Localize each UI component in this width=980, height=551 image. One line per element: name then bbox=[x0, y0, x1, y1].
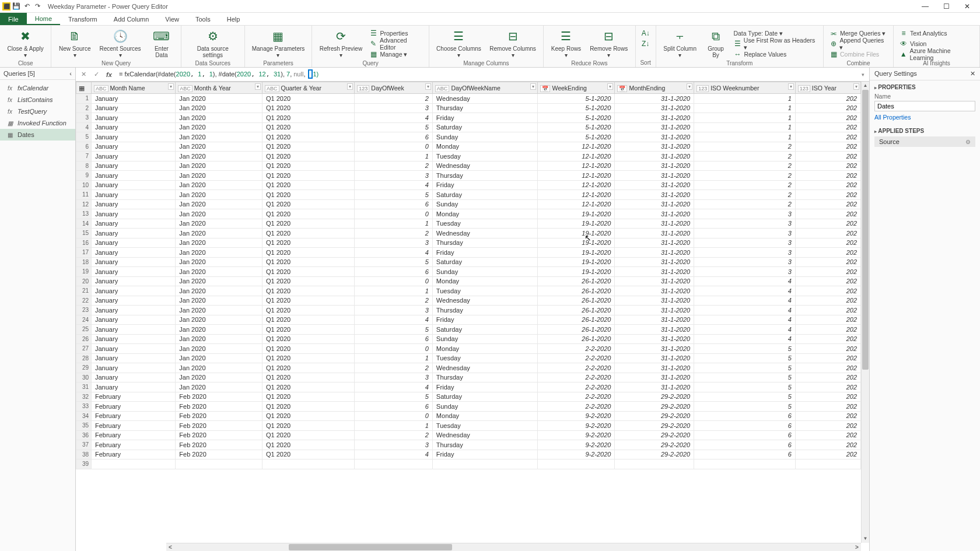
cell[interactable]: 12-1-2020 bbox=[538, 161, 615, 171]
cell[interactable]: 28 bbox=[76, 353, 92, 363]
step-gear-icon[interactable]: ⚙ bbox=[965, 139, 971, 145]
cell[interactable]: 26 bbox=[76, 334, 92, 344]
cell[interactable]: 12-1-2020 bbox=[538, 152, 615, 162]
cell[interactable]: Jan 2020 bbox=[176, 257, 262, 267]
cell[interactable]: 6 bbox=[355, 334, 433, 344]
cell[interactable]: February bbox=[92, 411, 176, 421]
advanced-editor-button[interactable]: ✎Advanced Editor bbox=[368, 38, 425, 49]
cell[interactable]: 20 bbox=[76, 276, 92, 286]
cell[interactable]: January bbox=[92, 363, 176, 373]
cell[interactable]: 3 bbox=[355, 103, 433, 113]
cell[interactable] bbox=[92, 459, 176, 469]
table-row[interactable]: 34FebruaryFeb 2020Q1 20200Monday9-2-2020… bbox=[76, 411, 861, 421]
cell[interactable]: 26-1-2020 bbox=[538, 286, 615, 296]
cell[interactable]: 18 bbox=[76, 257, 92, 267]
cell[interactable]: 3 bbox=[694, 257, 796, 267]
cell[interactable]: 29-2-2020 bbox=[615, 411, 694, 421]
cell[interactable]: 26-1-2020 bbox=[538, 306, 615, 315]
table-row[interactable]: 11JanuaryJan 2020Q1 20205Saturday12-1-20… bbox=[76, 190, 861, 200]
cell[interactable] bbox=[615, 459, 694, 469]
cell[interactable]: 19-1-2020 bbox=[538, 229, 615, 238]
cell[interactable]: Jan 2020 bbox=[176, 103, 262, 113]
cell[interactable]: 2 bbox=[694, 180, 796, 190]
cell[interactable]: 6 bbox=[355, 199, 433, 209]
cell[interactable]: Q1 2020 bbox=[262, 306, 354, 315]
cell[interactable]: February bbox=[92, 421, 176, 431]
filter-icon[interactable]: ▾ bbox=[425, 83, 431, 90]
cell[interactable]: January bbox=[92, 267, 176, 277]
cell[interactable]: January bbox=[92, 142, 176, 152]
cell[interactable]: 4 bbox=[694, 334, 796, 344]
cell[interactable]: 3 bbox=[694, 219, 796, 229]
cell[interactable]: 29-2-2020 bbox=[615, 421, 694, 431]
cell[interactable]: 202 bbox=[795, 373, 860, 382]
cell[interactable]: 39 bbox=[76, 459, 92, 469]
table-row[interactable]: 27JanuaryJan 2020Q1 20200Monday2-2-20203… bbox=[76, 344, 861, 354]
cell[interactable]: 12-1-2020 bbox=[538, 171, 615, 181]
cell[interactable]: Jan 2020 bbox=[176, 276, 262, 286]
table-row[interactable]: 20JanuaryJan 2020Q1 20200Monday26-1-2020… bbox=[76, 276, 861, 286]
cell[interactable]: 6 bbox=[76, 142, 92, 152]
tab-view[interactable]: View bbox=[157, 13, 187, 25]
cell[interactable]: January bbox=[92, 334, 176, 344]
cell[interactable]: 31-1-2020 bbox=[615, 94, 694, 104]
cell[interactable]: 29-2-2020 bbox=[615, 440, 694, 450]
cell[interactable]: Saturday bbox=[432, 257, 538, 267]
cell[interactable]: Jan 2020 bbox=[176, 286, 262, 296]
cell[interactable]: 3 bbox=[694, 238, 796, 248]
cell[interactable]: January bbox=[92, 171, 176, 181]
cell[interactable]: 34 bbox=[76, 411, 92, 421]
cell[interactable]: 5-1-2020 bbox=[538, 103, 615, 113]
cell[interactable]: January bbox=[92, 190, 176, 200]
cell[interactable]: January bbox=[92, 248, 176, 258]
cell[interactable]: 202 bbox=[795, 353, 860, 363]
cell[interactable]: Q1 2020 bbox=[262, 344, 354, 354]
cell[interactable]: Sunday bbox=[432, 334, 538, 344]
enter-data-button[interactable]: ⌨Enter Data bbox=[146, 27, 177, 59]
cell[interactable]: Tuesday bbox=[432, 286, 538, 296]
cell[interactable]: Q1 2020 bbox=[262, 315, 354, 325]
cell[interactable]: 31-1-2020 bbox=[615, 325, 694, 335]
cell[interactable]: Thursday bbox=[432, 306, 538, 315]
cell[interactable]: 3 bbox=[355, 440, 433, 450]
cell[interactable]: Saturday bbox=[432, 122, 538, 132]
cell[interactable]: Q1 2020 bbox=[262, 229, 354, 238]
cell[interactable]: Q1 2020 bbox=[262, 421, 354, 431]
cell[interactable]: 12-1-2020 bbox=[538, 142, 615, 152]
cell[interactable]: January bbox=[92, 229, 176, 238]
cell[interactable]: 19 bbox=[76, 267, 92, 277]
cell[interactable]: 8 bbox=[76, 161, 92, 171]
cell[interactable]: 2-2-2020 bbox=[538, 382, 615, 392]
cell[interactable]: Friday bbox=[432, 248, 538, 258]
cell[interactable]: 12-1-2020 bbox=[538, 190, 615, 200]
cell[interactable]: 202 bbox=[795, 306, 860, 315]
cell[interactable]: 29-2-2020 bbox=[615, 402, 694, 412]
table-row[interactable]: 23JanuaryJan 2020Q1 20203Thursday26-1-20… bbox=[76, 306, 861, 315]
cell[interactable]: February bbox=[92, 450, 176, 459]
cell[interactable]: 1 bbox=[355, 152, 433, 162]
cell[interactable]: Q1 2020 bbox=[262, 382, 354, 392]
cell[interactable]: 4 bbox=[694, 296, 796, 306]
cell[interactable]: Tuesday bbox=[432, 421, 538, 431]
vertical-scroll-thumb[interactable] bbox=[862, 90, 869, 370]
cell[interactable]: 2 bbox=[694, 199, 796, 209]
table-row[interactable]: 1JanuaryJan 2020Q1 20202Wednesday5-1-202… bbox=[76, 94, 861, 104]
cell[interactable]: 3 bbox=[694, 229, 796, 238]
cell[interactable]: 202 bbox=[795, 113, 860, 123]
cell[interactable]: Saturday bbox=[432, 190, 538, 200]
table-row[interactable]: 5JanuaryJan 2020Q1 20206Sunday5-1-202031… bbox=[76, 132, 861, 142]
cell[interactable]: 202 bbox=[795, 103, 860, 113]
cell[interactable]: January bbox=[92, 161, 176, 171]
table-row[interactable]: 32FebruaryFeb 2020Q1 20205Saturday2-2-20… bbox=[76, 392, 861, 402]
cell[interactable]: Jan 2020 bbox=[176, 315, 262, 325]
filter-icon[interactable]: ▾ bbox=[853, 83, 859, 90]
cell[interactable]: 202 bbox=[795, 171, 860, 181]
cell[interactable]: Jan 2020 bbox=[176, 122, 262, 132]
cell[interactable]: 5 bbox=[355, 190, 433, 200]
cell[interactable]: Q1 2020 bbox=[262, 190, 354, 200]
cell[interactable]: Jan 2020 bbox=[176, 229, 262, 238]
data-source-settings-button[interactable]: ⚙Data source settings bbox=[185, 27, 241, 59]
cell[interactable]: 31-1-2020 bbox=[615, 276, 694, 286]
cell[interactable]: January bbox=[92, 276, 176, 286]
cell[interactable]: 31-1-2020 bbox=[615, 132, 694, 142]
